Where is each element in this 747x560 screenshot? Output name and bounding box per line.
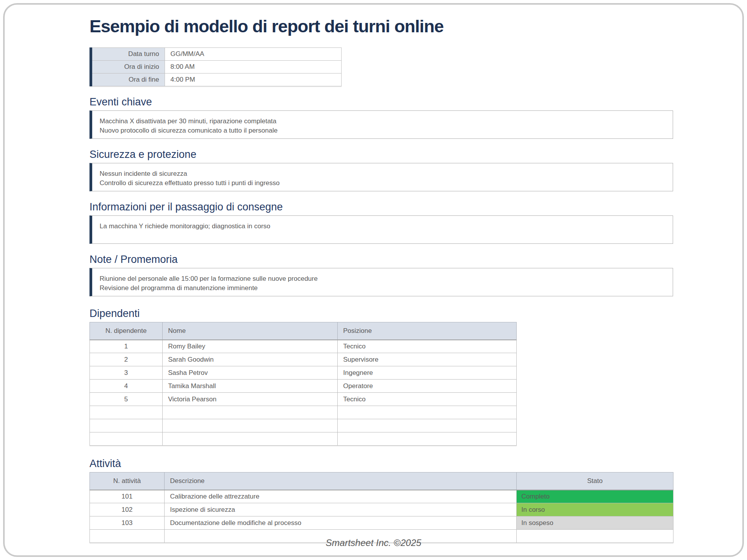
table-row: 5 Victoria Pearson Tecnico [90,393,517,406]
note-line: Riunione del personale alle 15:00 per la… [100,274,666,284]
empty-table-row [90,432,517,446]
note-line: Revisione del programma di manutenzione … [100,284,666,293]
security-textarea[interactable]: Nessun incidente di sicurezza Controllo … [89,163,673,191]
cell-employee-position[interactable]: Operatore [338,380,517,393]
table-row: 1 Romy Bailey Tecnico [90,340,517,353]
table-header-row: N. attività Descrizione Stato [90,472,673,490]
section-heading-employees: Dipendenti [89,308,673,319]
cell-employee-number[interactable]: 5 [90,393,163,406]
note-line: La macchina Y richiede monitoraggio; dia… [100,222,666,231]
cell-activity-number[interactable]: 103 [90,516,165,530]
employee-number-header: N. dipendente [90,322,163,340]
cell-activity-description[interactable]: Documentazione delle modifiche al proces… [165,516,517,530]
table-row: 4 Tamika Marshall Operatore [90,380,517,393]
table-row: 3 Sasha Petrov Ingegnere [90,366,517,380]
note-line: Nessun incidente di sicurezza [100,169,666,178]
table-row: 103 Documentazione delle modifiche al pr… [90,516,673,530]
handover-textarea[interactable]: La macchina Y richiede monitoraggio; dia… [89,215,673,244]
status-badge-in-progress[interactable]: In corso [517,503,673,516]
activity-number-header: N. attività [90,472,165,490]
empty-cell[interactable] [90,419,163,432]
notes-textarea[interactable]: Riunione del personale alle 15:00 per la… [89,268,673,296]
table-row: 101 Calibrazione delle attrezzature Comp… [90,490,673,503]
empty-cell[interactable] [163,406,338,419]
page-title: Esempio di modello di report dei turni o… [89,16,673,37]
status-badge-pending[interactable]: In sospeso [517,516,673,530]
empty-cell[interactable] [338,419,517,432]
section-heading-handover: Informazioni per il passaggio di consegn… [89,201,673,212]
cell-employee-number[interactable]: 3 [90,366,163,380]
cell-employee-name[interactable]: Victoria Pearson [163,393,338,406]
empty-cell[interactable] [90,432,163,446]
start-time-field[interactable]: 8:00 AM [165,61,342,74]
table-header-row: N. dipendente Nome Posizione [90,322,517,340]
note-line: Controllo di sicurezza effettuato presso… [100,178,666,188]
cell-employee-name[interactable]: Romy Bailey [163,340,338,353]
cell-activity-number[interactable]: 101 [90,490,165,503]
empty-table-row [90,419,517,432]
activity-status-header: Stato [517,472,673,490]
footer-copyright: Smartsheet Inc. ©2025 [5,537,742,548]
shift-info-table: Data turno GG/MM/AA Ora di inizio 8:00 A… [89,47,342,86]
table-row: Ora di inizio 8:00 AM [91,61,342,74]
section-heading-activities: Attività [89,458,673,469]
report-content: Esempio di modello di report dei turni o… [89,16,673,543]
section-heading-key-events: Eventi chiave [89,96,673,107]
end-time-label: Ora di fine [91,74,165,86]
cell-activity-description[interactable]: Ispezione di sicurezza [165,503,517,516]
cell-employee-position[interactable]: Tecnico [338,340,517,353]
activities-table: N. attività Descrizione Stato 101 Calibr… [89,472,673,543]
report-page: Esempio di modello di report dei turni o… [3,3,744,557]
table-row: Data turno GG/MM/AA [91,48,342,61]
table-row: 102 Ispezione di sicurezza In corso [90,503,673,516]
key-events-textarea[interactable]: Macchina X disattivata per 30 minuti, ri… [89,110,673,139]
cell-activity-number[interactable]: 102 [90,503,165,516]
cell-employee-position[interactable]: Supervisore [338,353,517,366]
empty-cell[interactable] [163,419,338,432]
empty-table-row [90,406,517,419]
employee-position-header: Posizione [338,322,517,340]
employee-name-header: Nome [163,322,338,340]
cell-employee-name[interactable]: Tamika Marshall [163,380,338,393]
empty-cell[interactable] [90,406,163,419]
empty-cell[interactable] [338,432,517,446]
start-time-label: Ora di inizio [91,61,165,74]
cell-activity-description[interactable]: Calibrazione delle attrezzature [165,490,517,503]
cell-employee-position[interactable]: Ingegnere [338,366,517,380]
table-row: Ora di fine 4:00 PM [91,74,342,86]
activity-description-header: Descrizione [165,472,517,490]
cell-employee-name[interactable]: Sasha Petrov [163,366,338,380]
section-heading-security: Sicurezza e protezione [89,149,673,160]
note-line: Macchina X disattivata per 30 minuti, ri… [100,117,666,126]
status-badge-complete[interactable]: Completo [517,490,673,503]
table-row: 2 Sarah Goodwin Supervisore [90,353,517,366]
cell-employee-number[interactable]: 4 [90,380,163,393]
cell-employee-position[interactable]: Tecnico [338,393,517,406]
empty-cell[interactable] [338,406,517,419]
shift-date-field[interactable]: GG/MM/AA [165,48,342,61]
section-heading-notes: Note / Promemoria [89,254,673,265]
shift-date-label: Data turno [91,48,165,61]
employees-table: N. dipendente Nome Posizione 1 Romy Bail… [89,322,517,446]
end-time-field[interactable]: 4:00 PM [165,74,342,86]
empty-cell[interactable] [163,432,338,446]
cell-employee-name[interactable]: Sarah Goodwin [163,353,338,366]
cell-employee-number[interactable]: 1 [90,340,163,353]
note-line: Nuovo protocollo di sicurezza comunicato… [100,126,666,135]
cell-employee-number[interactable]: 2 [90,353,163,366]
